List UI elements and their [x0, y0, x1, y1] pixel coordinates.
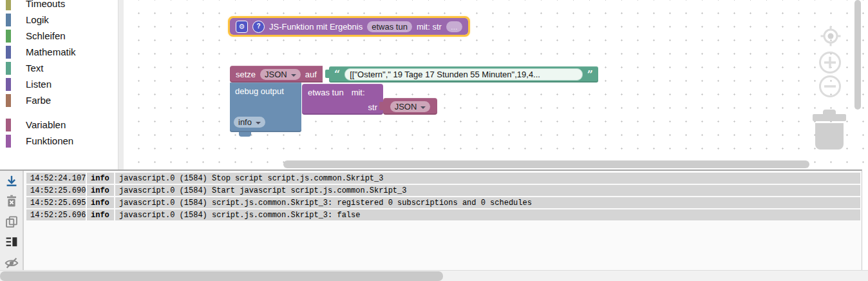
toolbox-category-text[interactable]: Text [0, 60, 118, 76]
category-color-bar [6, 135, 11, 148]
log-timestamp: 14:52:25.690 [26, 185, 86, 196]
category-color-bar [6, 14, 11, 26]
log-timestamp: 14:52:25.696 [26, 209, 86, 220]
category-label: Funktionen [26, 135, 73, 146]
category-color-bar [6, 119, 11, 131]
category-color-bar [6, 94, 11, 107]
category-color-bar [6, 0, 11, 10]
trash-body [815, 123, 844, 150]
toolbox-category-schleifen[interactable]: Schleifen [0, 28, 118, 44]
category-color-bar [6, 30, 11, 43]
variable-getter-dropdown[interactable]: JSON [390, 101, 431, 112]
log-timestamp: 14:52:25.695 [26, 197, 86, 208]
string-value-block[interactable]: “ [["Ostern"," 19 Tage 17 Stunden 55 Min… [329, 66, 598, 82]
log-panel: 14:52:24.107 info javascript.0 (1584) St… [0, 170, 862, 270]
toolbox-category-mathematik[interactable]: Mathematik [0, 44, 118, 60]
mutator-gear-icon[interactable]: ⚙ [236, 21, 248, 33]
call-with-label: mit: [352, 88, 365, 97]
zoom-reset-icon[interactable] [820, 26, 841, 46]
blockly-script-editor: ⚙ ? JS-Funktion mit Ergebnis etwas tun m… [0, 0, 868, 281]
log-timestamp: 14:52:24.107 [26, 173, 86, 184]
blockly-workspace[interactable]: ⚙ ? JS-Funktion mit Ergebnis etwas tun m… [123, 0, 868, 170]
workspace-horizontal-scrollbar[interactable] [283, 160, 809, 168]
log-message: javascript.0 (1584) script.js.common.Skr… [115, 209, 860, 220]
log-row: 14:52:25.695 info javascript.0 (1584) sc… [26, 197, 860, 208]
category-label: Timeouts [26, 0, 65, 9]
category-label: Text [26, 63, 44, 73]
function-name-field[interactable]: etwas tun [367, 21, 412, 32]
copy-log-icon[interactable] [5, 215, 19, 228]
category-label: Mathematik [26, 46, 76, 57]
log-row: 14:52:25.690 info javascript.0 (1584) St… [26, 185, 860, 196]
log-message: javascript.0 (1584) Stop script script.j… [115, 173, 860, 184]
function-args-label: mit: str [417, 22, 442, 32]
call-function-name: etwas tun [308, 88, 344, 97]
close-quote-icon: ” [587, 70, 593, 80]
log-severity: info [87, 185, 114, 196]
log-message: javascript.0 (1584) Start javascript scr… [115, 185, 860, 196]
category-label: Variablen [26, 119, 66, 130]
log-rows: 14:52:24.107 info javascript.0 (1584) St… [26, 173, 860, 222]
log-row: 14:52:24.107 info javascript.0 (1584) St… [26, 173, 860, 184]
page-horizontal-scrollbar[interactable] [0, 270, 868, 281]
zoom-out-icon[interactable] [818, 75, 842, 98]
clear-log-icon[interactable] [5, 195, 19, 208]
function-block-title: JS-Funktion mit Ergebnis [269, 22, 363, 32]
open-quote-icon: “ [334, 70, 340, 80]
auf-label: auf [305, 70, 317, 79]
log-severity: info [87, 197, 114, 208]
function-call-block[interactable]: etwas tun mit: str [302, 84, 383, 115]
debug-output-label: debug output [235, 86, 284, 96]
toolbox-category-funktionen[interactable]: Funktionen [0, 133, 118, 149]
log-severity: info [87, 209, 114, 220]
zoom-in-icon[interactable] [818, 51, 842, 74]
trash-icon[interactable] [813, 110, 846, 150]
category-color-bar [6, 46, 11, 59]
variable-getter-block[interactable]: JSON [383, 98, 437, 115]
debug-output-block[interactable]: debug output info [230, 82, 301, 132]
toolbox-category-timeouts[interactable]: Timeouts [0, 0, 118, 12]
log-toolbar [0, 171, 24, 270]
download-log-icon[interactable] [5, 175, 19, 188]
category-color-bar [6, 78, 11, 91]
variable-dropdown[interactable]: JSON [260, 69, 301, 80]
trash-lid [813, 114, 846, 121]
toolbox-category-farbe[interactable]: Farbe [0, 92, 118, 108]
blockly-toolbox: Timeouts Logik Schleifen Mathematik Text… [0, 0, 118, 170]
workspace-vertical-scrollbar[interactable] [854, 0, 861, 110]
call-arg-label: str [368, 102, 377, 112]
log-message: javascript.0 (1584) script.js.common.Skr… [115, 197, 860, 208]
page-scrollbar-thumb[interactable] [0, 271, 443, 281]
function-edit-field[interactable]: ... [446, 21, 462, 32]
function-definition-block[interactable]: ⚙ ? JS-Funktion mit Ergebnis etwas tun m… [230, 18, 468, 35]
toolbox-category-variablen[interactable]: Variablen [0, 117, 118, 133]
category-label: Schleifen [26, 30, 66, 41]
hide-log-icon[interactable] [4, 256, 19, 270]
log-level-dropdown[interactable]: info [234, 117, 265, 128]
log-row: 14:52:25.696 info javascript.0 (1584) sc… [26, 209, 860, 220]
string-value-field[interactable]: [["Ostern"," 19 Tage 17 Stunden 55 Minut… [344, 68, 583, 81]
setze-label: setze [236, 70, 256, 79]
log-severity: info [87, 173, 114, 184]
set-variable-block[interactable]: setze JSON auf [230, 66, 323, 82]
toolbox-scrollbar[interactable] [118, 0, 124, 170]
category-color-bar [6, 62, 11, 75]
help-icon[interactable]: ? [252, 21, 265, 33]
category-label: Farbe [26, 95, 51, 106]
category-label: Listen [26, 79, 52, 90]
toolbox-category-logik[interactable]: Logik [0, 12, 118, 28]
category-label: Logik [26, 14, 49, 25]
select-lines-icon[interactable] [5, 235, 19, 248]
toolbox-category-listen[interactable]: Listen [0, 76, 118, 92]
